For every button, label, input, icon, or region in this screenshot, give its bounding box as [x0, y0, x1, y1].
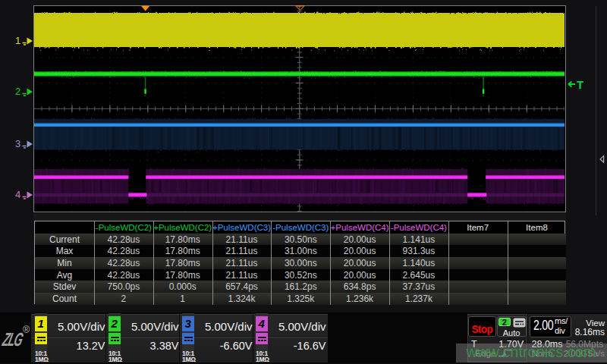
- svg-text:4: 4: [15, 189, 20, 200]
- svg-text:T: T: [577, 78, 583, 90]
- svg-text:3: 3: [15, 138, 20, 149]
- svg-text:1: 1: [15, 35, 20, 46]
- svg-text:2: 2: [15, 86, 20, 97]
